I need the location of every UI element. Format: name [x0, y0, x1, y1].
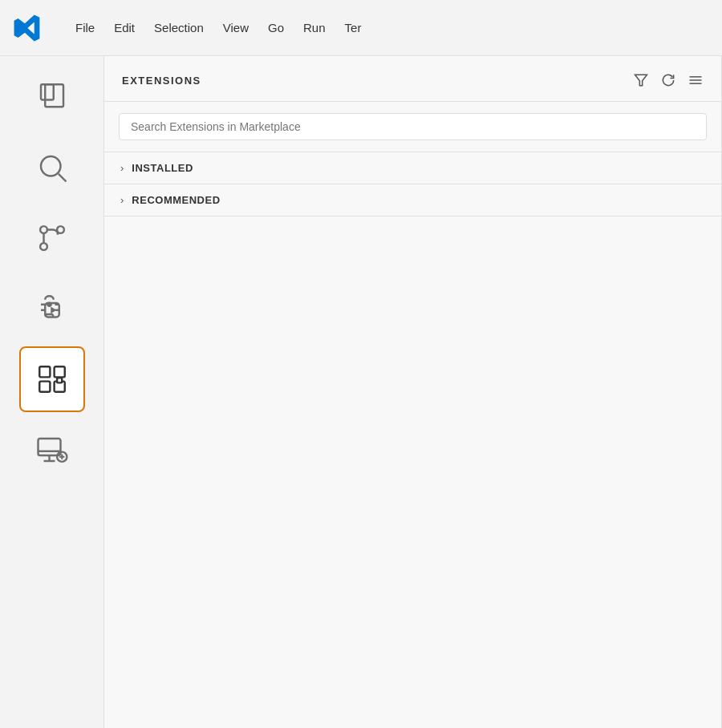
sidebar-header: EXTENSIONS	[104, 56, 721, 102]
sidebar-actions	[633, 72, 704, 88]
menu-file[interactable]: File	[67, 16, 103, 39]
extensions-sidebar: EXTENSIONS	[104, 56, 722, 728]
svg-rect-14	[38, 439, 60, 455]
recommended-section-label: RECOMMENDED	[132, 194, 220, 206]
sidebar-item-remote-explorer[interactable]	[19, 417, 85, 483]
main-layout: EXTENSIONS	[0, 56, 722, 728]
svg-point-2	[41, 156, 61, 176]
menu-terminal[interactable]: Ter	[337, 16, 370, 39]
menu-selection[interactable]: Selection	[146, 16, 212, 39]
menu-run[interactable]: Run	[295, 16, 334, 39]
svg-line-3	[58, 174, 66, 182]
recommended-chevron-icon: ›	[120, 194, 124, 206]
svg-marker-21	[635, 75, 647, 85]
sidebar-title: EXTENSIONS	[122, 75, 201, 87]
search-input[interactable]	[119, 113, 707, 140]
svg-rect-13	[57, 378, 62, 382]
sidebar-item-explorer[interactable]	[19, 64, 85, 130]
svg-point-6	[40, 243, 47, 250]
svg-rect-10	[54, 366, 64, 377]
menu-edit[interactable]: Edit	[106, 16, 143, 39]
svg-point-4	[40, 226, 47, 233]
refresh-icon[interactable]	[660, 72, 676, 88]
sidebar-item-extensions[interactable]	[19, 346, 85, 412]
installed-chevron-icon: ›	[120, 162, 124, 174]
sidebar-item-search[interactable]	[19, 135, 85, 200]
svg-rect-9	[39, 366, 50, 377]
sidebar-item-run-debug[interactable]	[19, 276, 85, 342]
svg-rect-0	[41, 84, 54, 99]
sidebar-item-source-control[interactable]	[19, 205, 85, 271]
vscode-logo	[13, 14, 42, 42]
installed-section-row[interactable]: › INSTALLED	[104, 152, 721, 184]
svg-rect-11	[39, 382, 50, 392]
menu-go[interactable]: Go	[260, 16, 292, 39]
filter-icon[interactable]	[633, 72, 649, 88]
menu-bar: File Edit Selection View Go Run Ter	[67, 16, 369, 39]
installed-section-label: INSTALLED	[132, 162, 193, 174]
search-box-wrap	[104, 102, 721, 152]
recommended-section-row[interactable]: › RECOMMENDED	[104, 184, 721, 216]
menu-view[interactable]: View	[215, 16, 257, 39]
more-actions-icon[interactable]	[688, 72, 704, 88]
titlebar: File Edit Selection View Go Run Ter	[0, 0, 722, 56]
activity-bar	[0, 56, 104, 728]
